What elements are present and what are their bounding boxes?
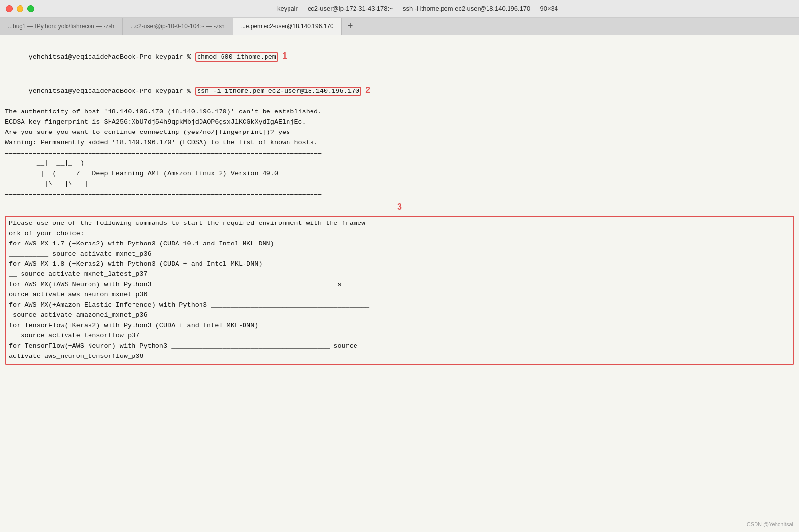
section-3-box: Please use one of the following commands… [5,216,794,365]
step-2-label: 2 [365,85,370,95]
tab-1-label: ...bug1 — IPython: yolo/fishrecon — -zsh [8,23,114,30]
tab-2-label: ...c2-user@ip-10-0-10-104:~ — -zsh [131,23,225,30]
minimize-button[interactable] [17,5,23,12]
section-line-7: for AWS MX(+AWS Neuron) with Python3 ___… [9,280,790,290]
section-line-3: for AWS MX 1.7 (+Keras2) with Python3 (C… [9,239,790,249]
tab-3[interactable]: ...e.pem ec2-user@18.140.196.170 [233,18,342,35]
section-line-6: __ source activate mxnet_latest_p37 [9,269,790,280]
command-line-1: yehchitsai@yeqicaideMacBook-Pro keypair … [5,39,794,73]
section-line-8: ource activate aws_neuron_mxnet_p36 [9,290,790,300]
section-line-2: ork of your choice: [9,229,790,239]
warning-permanently: Warning: Permanently added '18.140.196.1… [5,138,794,148]
tab-3-label: ...e.pem ec2-user@18.140.196.170 [241,23,333,30]
tab-2[interactable]: ...c2-user@ip-10-0-10-104:~ — -zsh [123,18,233,35]
watermark: CSDN @Yehchitsai [747,520,793,529]
titlebar: keypair — ec2-user@ip-172-31-43-178:~ — … [0,0,799,18]
command-line-2: yehchitsai@yeqicaideMacBook-Pro keypair … [5,73,794,108]
close-button[interactable] [6,5,13,12]
section-line-10: source activate amazonei_mxnet_p36 [9,310,790,321]
ascii-line-2: _| ( / Deep Learning AMI (Amazon Linux 2… [5,169,794,179]
section-line-5: for AWS MX 1.8 (+Keras2) with Python3 (C… [9,259,790,269]
ecdsa-fingerprint: ECDSA key fingerprint is SHA256:XbU7dj54… [5,117,794,128]
prompt-2: yehchitsai@yeqicaideMacBook-Pro keypair … [29,88,195,95]
step-3-label: 3 [397,202,402,212]
terminal-window: keypair — ec2-user@ip-172-31-43-178:~ — … [0,0,799,532]
prompt-1: yehchitsai@yeqicaideMacBook-Pro keypair … [29,53,195,61]
section-line-12: __ source activate tensorflow_p37 [9,331,790,341]
step-3-container: 3 [5,200,794,214]
maximize-button[interactable] [27,5,34,12]
traffic-lights [6,5,34,12]
section-line-1: Please use one of the following commands… [9,219,790,229]
ascii-line-1: __| __|_ ) [5,158,794,169]
section-line-13: for TensorFlow(+AWS Neuron) with Python3… [9,341,790,352]
section-line-11: for TensorFlow(+Keras2) with Python3 (CU… [9,321,790,331]
ascii-line-3: ___|\___|\___| [5,179,794,189]
step-1-label: 1 [282,51,287,61]
tab-1[interactable]: ...bug1 — IPython: yolo/fishrecon — -zsh [0,18,123,35]
terminal-content: yehchitsai@yeqicaideMacBook-Pro keypair … [0,35,799,532]
new-tab-button[interactable]: + [342,18,359,35]
auth-warning: The authenticity of host '18.140.196.170… [5,107,794,117]
tabbar: ...bug1 — IPython: yolo/fishrecon — -zsh… [0,18,799,35]
divider-bottom: ========================================… [5,189,794,200]
section-line-9: for AWS MX(+Amazon Elastic Inference) wi… [9,300,790,310]
divider-top: ========================================… [5,148,794,158]
command-1-box: chmod 600 ithome.pem [195,52,278,62]
continue-prompt: Are you sure you want to continue connec… [5,128,794,138]
window-title: keypair — ec2-user@ip-172-31-43-178:~ — … [42,5,793,12]
section-line-4: __________ source activate mxnet_p36 [9,249,790,260]
section-line-14: activate aws_neuron_tensorflow_p36 [9,352,790,362]
command-2-box: ssh -i ithome.pem ec2-user@18.140.196.17… [195,87,361,96]
